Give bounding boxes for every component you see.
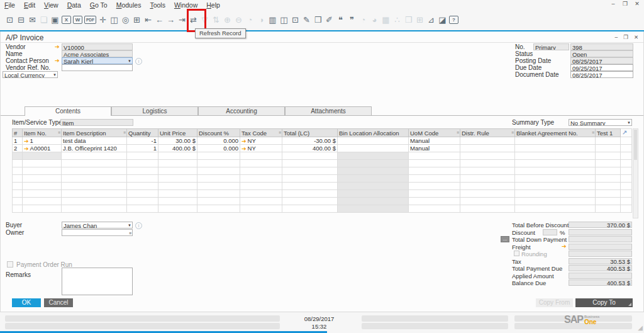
empty-cell[interactable]	[515, 205, 596, 213]
item-service-type-field[interactable]: Item	[60, 119, 133, 126]
grid-settings-icon[interactable]: ◫	[109, 15, 119, 25]
empty-cell[interactable]	[338, 205, 409, 213]
empty-cell[interactable]	[596, 190, 621, 198]
vendor-field[interactable]: V10000	[62, 43, 133, 50]
cell-test-1[interactable]	[596, 137, 621, 145]
cell-total-lc[interactable]: 400.00 $	[282, 145, 338, 152]
col-header-item-description[interactable]: Item Description≡	[62, 129, 127, 137]
buyer-combo[interactable]: James Chan▼	[62, 222, 133, 229]
empty-cell[interactable]	[240, 205, 282, 213]
menu-go-to[interactable]: Go To	[86, 1, 112, 9]
menu-window[interactable]: Window	[170, 1, 202, 9]
empty-cell[interactable]	[23, 167, 62, 175]
empty-cell[interactable]	[409, 175, 460, 183]
empty-cell[interactable]	[282, 167, 338, 175]
link-arrow-icon[interactable]: ➔	[242, 145, 247, 152]
empty-cell[interactable]	[158, 175, 197, 183]
minimize-icon[interactable]: –	[610, 1, 616, 7]
empty-cell[interactable]	[23, 160, 62, 167]
vendor-ref-field[interactable]	[62, 64, 133, 71]
empty-cell[interactable]	[197, 160, 240, 167]
empty-cell[interactable]	[23, 183, 62, 190]
empty-cell[interactable]	[460, 160, 515, 167]
empty-cell[interactable]	[23, 205, 62, 213]
refresh-record-icon[interactable]: ⇄	[189, 15, 198, 25]
empty-cell[interactable]	[409, 205, 460, 213]
cell-tax-code[interactable]: ➔NY	[240, 145, 282, 152]
empty-cell[interactable]	[409, 167, 460, 175]
cell-quantity[interactable]: -1	[127, 137, 158, 145]
empty-cell[interactable]	[338, 152, 409, 160]
menu-help[interactable]: Help	[202, 1, 225, 9]
buyer-info-icon[interactable]: i	[135, 222, 142, 229]
empty-cell[interactable]	[515, 183, 596, 190]
chart-icon[interactable]: ⊿	[426, 15, 436, 25]
col-header-item-no[interactable]: Item No.≡	[23, 129, 62, 137]
document-settings-icon[interactable]: ❒	[313, 15, 323, 25]
empty-cell[interactable]	[282, 190, 338, 198]
empty-cell[interactable]	[338, 175, 409, 183]
empty-cell[interactable]	[460, 190, 515, 198]
word-export-icon[interactable]: W	[73, 16, 82, 24]
empty-cell[interactable]	[282, 160, 338, 167]
empty-cell[interactable]	[13, 167, 23, 175]
resize-grip[interactable]: ◢	[638, 324, 643, 331]
empty-cell[interactable]	[460, 198, 515, 205]
browse-button[interactable]: ...	[501, 236, 509, 242]
empty-cell[interactable]	[460, 167, 515, 175]
empty-cell[interactable]	[158, 205, 197, 213]
freight-field[interactable]	[569, 244, 632, 250]
empty-cell[interactable]	[282, 152, 338, 160]
lock-screen-icon[interactable]: ✛	[98, 15, 108, 25]
tax-field[interactable]: 30.53 $	[569, 258, 632, 264]
first-record-icon[interactable]: ⇤	[143, 15, 153, 25]
menu-file[interactable]: File	[0, 1, 19, 9]
cell-unit-price[interactable]: 400.00 $	[158, 145, 197, 152]
empty-cell[interactable]	[515, 175, 596, 183]
menu-modules[interactable]: Modules	[112, 1, 146, 9]
empty-cell[interactable]	[23, 175, 62, 183]
cell-quantity[interactable]: 1	[127, 145, 158, 152]
freight-link-arrow-icon[interactable]: ➔	[562, 243, 567, 249]
col-header-[interactable]: #	[13, 129, 23, 137]
balance-due-field[interactable]: 400.53 $	[569, 279, 632, 286]
empty-cell[interactable]	[338, 167, 409, 175]
column-menu-icon[interactable]: ≡	[58, 130, 60, 135]
currency-combo[interactable]: Local Currency▼	[3, 71, 58, 78]
empty-cell[interactable]	[596, 205, 621, 213]
col-header-quantity[interactable]: Quantity	[127, 129, 158, 137]
tab-contents[interactable]: Contents	[25, 106, 111, 116]
dropdown-arrow-icon[interactable]: ▼	[627, 120, 631, 126]
empty-cell[interactable]	[515, 160, 596, 167]
cell-discount[interactable]: 0.000	[197, 145, 240, 152]
document-edit-icon[interactable]: ✐	[325, 15, 334, 25]
remarks-icon[interactable]: ❝	[336, 15, 345, 25]
col-header-test-1[interactable]: Test 1	[596, 129, 621, 137]
empty-cell[interactable]	[240, 198, 282, 205]
volume-weight-icon[interactable]: ▥	[268, 15, 277, 25]
empty-cell[interactable]	[13, 160, 23, 167]
tab-logistics[interactable]: Logistics	[111, 106, 198, 115]
contact-person-combo[interactable]: Sarah Kierl▼	[62, 57, 133, 64]
cell-blanket-agreement-no[interactable]	[515, 145, 596, 152]
empty-cell[interactable]	[240, 167, 282, 175]
cell-discount[interactable]: 0.000	[197, 137, 240, 145]
column-menu-icon[interactable]: ≡	[457, 130, 459, 135]
empty-cell[interactable]	[62, 198, 127, 205]
rounding-field[interactable]	[569, 251, 632, 257]
empty-cell[interactable]	[62, 160, 127, 167]
empty-cell[interactable]	[13, 190, 23, 198]
cell-bin-location-allocation[interactable]	[338, 145, 409, 152]
empty-cell[interactable]	[23, 152, 62, 160]
excel-export-icon[interactable]: X	[62, 16, 71, 24]
column-menu-icon[interactable]: ≡	[592, 130, 594, 135]
cell-item-no[interactable]: ➔1	[23, 137, 62, 145]
empty-cell[interactable]	[62, 183, 127, 190]
close-icon[interactable]: ✕	[634, 1, 640, 7]
contact-link-arrow-icon[interactable]: ➔	[55, 57, 60, 64]
empty-cell[interactable]	[460, 152, 515, 160]
empty-cell[interactable]	[127, 160, 158, 167]
cell-item-description[interactable]: test data	[62, 137, 127, 145]
col-header-bin-location-allocation[interactable]: Bin Location Allocation	[338, 129, 409, 137]
cell-blanket-agreement-no[interactable]	[515, 137, 596, 145]
